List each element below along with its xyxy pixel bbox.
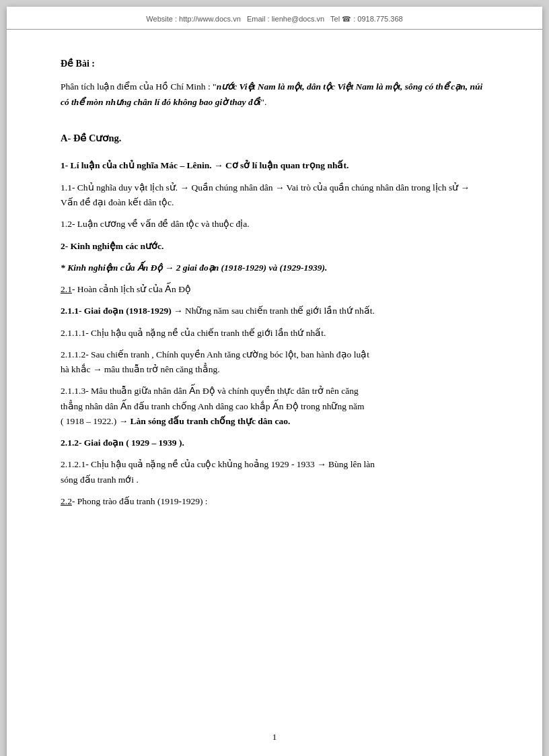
quote-end: ". [260,97,266,107]
item-2-1-1-3-text2: thẳng nhân dân Ấn đấu tranh chống Anh dâ… [61,401,365,411]
item-2-1-label: 2.1 [61,284,72,294]
header-colon1: : [173,15,179,23]
item-2-1-1-1-text: 2.1.1.1- Chịu hậu quả nặng nề của chiến … [61,328,326,338]
item-2-1-1-rest: Những năm sau chiến tranh thế giới lần t… [183,306,375,316]
item-2-1-2-text: 2.1.2- Giai đoạn ( 1929 – 1939 ). [61,438,184,448]
outline-title: A- Đề Cương. [61,131,488,146]
page-number: 1 [272,732,277,742]
intro-paragraph: Phân tích luận điểm của Hồ Chí Minh : "n… [61,79,488,110]
outline-item-2-1-1-3: 2.1.1.3- Mâu thuẫn giữa nhân dân Ấn Độ v… [61,384,488,429]
outline-item-1: 1- Lí luận của chủ nghĩa Mác – Lênin. → … [61,158,488,173]
main-content: Đề Bài : Phân tích luận điểm của Hồ Chí … [7,30,542,556]
item-2-1-2-1-text: 2.1.2.1- Chịu hậu quả nặng nề của cuộc k… [61,459,375,469]
item-2-1-1-3-text: 2.1.1.3- Mâu thuẫn giữa nhân dân Ấn Độ v… [61,386,359,396]
website-url: http://www.docs.vn [179,15,241,23]
item-2-1-1-2-text: 2.1.1.2- Sau chiến tranh , Chính quyền A… [61,349,369,359]
item-2-1-text: - Hoàn cảnh lịch sử của Ấn Độ [72,284,191,294]
email-label: Email [247,15,266,23]
outline-item-2-2: 2.2- Phong trào đấu tranh (1919-1929) : [61,494,488,509]
page-header: Website : http://www.docs.vn Email : lie… [7,7,542,30]
outline-item-1-1: 1.1- Chủ nghĩa duy vật lịch sử. → Quần c… [61,180,488,211]
item-2-1-1-2-text2: hà khắc → mâu thuẫn trở nên căng thẳng. [61,364,220,374]
outline-item-2-1-2-1: 2.1.2.1- Chịu hậu quả nặng nề của cuộc k… [61,457,488,487]
item-2-text: 2- Kinh nghiệm các nước. [61,241,163,251]
outline-item-2-1-2: 2.1.2- Giai đoạn ( 1929 – 1939 ). [61,436,488,450]
header-colon2: : [265,15,271,23]
item-2-sub-text: * Kinh nghiệm của Ấn Độ → 2 giai đoạn (1… [61,263,327,273]
outline-item-1-2: 1.2- Luận cương về vấn đề dân tộc và thu… [61,217,488,232]
outline-item-2-1-1: 2.1.1- Giai đoạn (1918-1929) → Những năm… [61,304,488,318]
outline-item-2-sub: * Kinh nghiệm của Ấn Độ → 2 giai đoạn (1… [61,261,488,275]
header-colon3: : [351,15,357,23]
tel-label: Tel [330,15,340,23]
item-2-1-1-3-text3: ( 1918 – 1922.) → Làn sóng đấu tranh chố… [61,416,290,426]
tel-icon: ☎ [342,15,351,23]
item-1-text: 1- Lí luận của chủ nghĩa Mác – Lênin. → … [61,160,349,170]
item-2-1-1-text: 2.1.1- Giai đoạn (1918-1929) → [61,306,183,316]
outline-item-2-1-1-2: 2.1.1.2- Sau chiến tranh , Chính quyền A… [61,347,488,378]
page: Website : http://www.docs.vn Email : lie… [7,7,542,756]
page-footer: 1 [7,732,542,743]
outline-item-2-1: 2.1- Hoàn cảnh lịch sử của Ấn Độ [61,282,488,297]
item-2-2-text: - Phong trào đấu tranh (1919-1929) : [72,496,208,506]
item-1-2-text: 1.2- Luận cương về vấn đề dân tộc và thu… [61,219,250,229]
intro-text: Phân tích luận điểm của Hồ Chí Minh : " [61,81,217,92]
website-label: Website [146,15,173,23]
email-url: lienhe@docs.vn [272,15,324,23]
item-2-2-label: 2.2 [61,496,72,506]
item-2-1-2-1-text2: sóng đấu tranh mới . [61,475,139,485]
tel-number: 0918.775.368 [357,15,402,23]
outline-item-2: 2- Kinh nghiệm các nước. [61,239,488,254]
de-bai-title: Đề Bài : [61,57,488,71]
outline-item-2-1-1-1: 2.1.1.1- Chịu hậu quả nặng nề của chiến … [61,326,488,341]
item-1-1-text: 1.1- Chủ nghĩa duy vật lịch sử. → Quần c… [61,182,470,207]
